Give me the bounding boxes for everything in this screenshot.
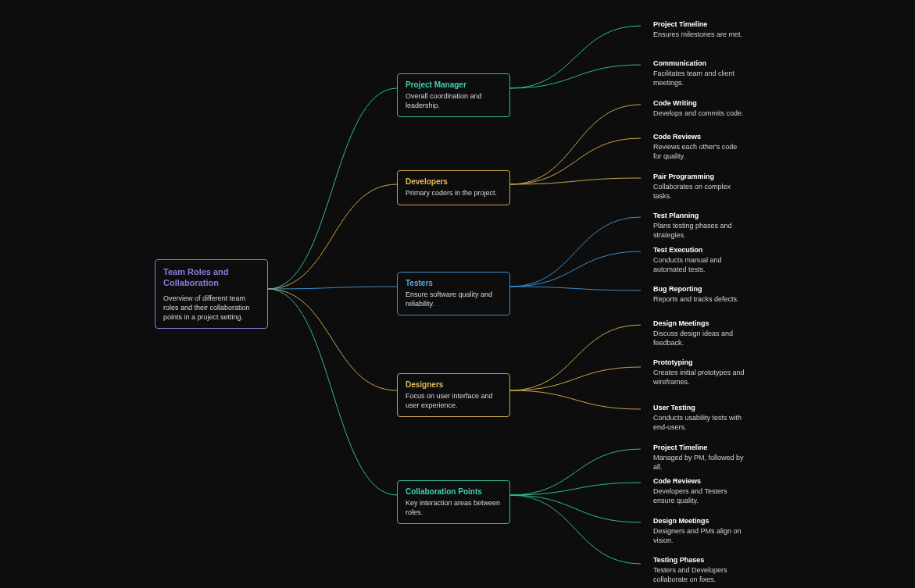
root-node[interactable]: Team Roles and Collaboration Overview of…: [155, 259, 268, 329]
leaf-desc: Conducts manual and automated tests.: [653, 256, 747, 274]
branch-desc: Focus on user interface and user experie…: [406, 392, 502, 410]
leaf-code-writing[interactable]: Code Writing Develops and commits code.: [645, 93, 755, 125]
branch-designers[interactable]: Designers Focus on user interface and us…: [397, 373, 510, 417]
leaf-collab-design-meetings[interactable]: Design Meetings Designers and PMs align …: [645, 511, 755, 551]
branch-title: Developers: [406, 177, 502, 186]
leaf-collab-code-reviews[interactable]: Code Reviews Developers and Testers ensu…: [645, 471, 755, 511]
leaf-desc: Ensures milestones are met.: [653, 30, 747, 40]
leaf-communication[interactable]: Communication Facilitates team and clien…: [645, 53, 755, 94]
leaf-title: Communication: [653, 59, 747, 67]
leaf-title: Code Reviews: [653, 133, 747, 141]
leaf-title: Pair Programming: [653, 173, 747, 180]
leaf-desc: Ensure software quality and reliability.: [406, 290, 502, 308]
branch-testers[interactable]: Testers Ensure software quality and reli…: [397, 272, 510, 315]
branch-desc: Primary coders in the project.: [406, 189, 502, 198]
leaf-title: Design Meetings: [653, 517, 747, 525]
leaf-desc: Facilitates team and client meetings.: [653, 69, 747, 87]
leaf-title: User Testing: [653, 404, 747, 412]
branch-title: Testers: [406, 279, 502, 287]
leaf-title: Testing Phases: [653, 556, 747, 564]
leaf-project-timeline[interactable]: Project Timeline Ensures milestones are …: [645, 14, 755, 46]
mindmap-canvas[interactable]: Team Roles and Collaboration Overview of…: [0, 0, 915, 588]
leaf-desc: Managed by PM, followed by all.: [653, 454, 747, 472]
leaf-bug-reporting[interactable]: Bug Reporting Reports and tracks defects…: [645, 279, 755, 311]
leaf-prototyping[interactable]: Prototyping Creates initial prototypes a…: [645, 352, 755, 393]
leaf-test-execution[interactable]: Test Execution Conducts manual and autom…: [645, 240, 755, 280]
leaf-title: Project Timeline: [653, 20, 747, 28]
branch-title: Collaboration Points: [406, 487, 502, 496]
branch-title: Project Manager: [406, 80, 502, 89]
leaf-title: Prototyping: [653, 358, 747, 366]
leaf-title: Project Timeline: [653, 444, 747, 451]
branch-title: Designers: [406, 380, 502, 389]
leaf-title: Test Execution: [653, 246, 747, 254]
leaf-title: Bug Reporting: [653, 285, 747, 293]
branch-desc: Key interaction areas between roles.: [406, 499, 502, 517]
leaf-title: Design Meetings: [653, 319, 747, 327]
leaf-desc: Discuss design ideas and feedback.: [653, 330, 747, 347]
leaf-desc: Developers and Testers ensure quality.: [653, 487, 747, 505]
leaf-user-testing[interactable]: User Testing Conducts usability tests wi…: [645, 397, 755, 438]
leaf-desc: Testers and Developers collaborate on fi…: [653, 566, 747, 584]
branch-project-manager[interactable]: Project Manager Overall coordination and…: [397, 73, 510, 117]
leaf-pair-programming[interactable]: Pair Programming Collaborates on complex…: [645, 166, 755, 207]
leaf-design-meetings[interactable]: Design Meetings Discuss design ideas and…: [645, 313, 755, 354]
leaf-desc: Plans testing phases and strategies.: [653, 222, 747, 240]
leaf-desc: Reviews each other's code for quality.: [653, 143, 747, 161]
leaf-title: Code Writing: [653, 99, 747, 107]
branch-desc: Overall coordination and leadership.: [406, 92, 502, 110]
leaf-desc: Develops and commits code.: [653, 109, 747, 119]
leaf-title: Code Reviews: [653, 477, 747, 485]
leaf-desc: Designers and PMs align on vision.: [653, 527, 747, 545]
leaf-title: Test Planning: [653, 212, 747, 219]
root-desc: Overview of different team roles and the…: [163, 294, 259, 322]
leaf-desc: Reports and tracks defects.: [653, 295, 747, 305]
root-title: Team Roles and Collaboration: [163, 266, 259, 289]
leaf-desc: Creates initial prototypes and wireframe…: [653, 369, 747, 387]
branch-developers[interactable]: Developers Primary coders in the project…: [397, 170, 510, 205]
leaf-collab-testing-phases[interactable]: Testing Phases Testers and Developers co…: [645, 550, 755, 588]
leaf-desc: Conducts usability tests with end-users.: [653, 414, 747, 432]
branch-collaboration-points[interactable]: Collaboration Points Key interaction are…: [397, 480, 510, 524]
leaf-desc: Collaborates on complex tasks.: [653, 183, 747, 201]
leaf-code-reviews[interactable]: Code Reviews Reviews each other's code f…: [645, 127, 755, 167]
